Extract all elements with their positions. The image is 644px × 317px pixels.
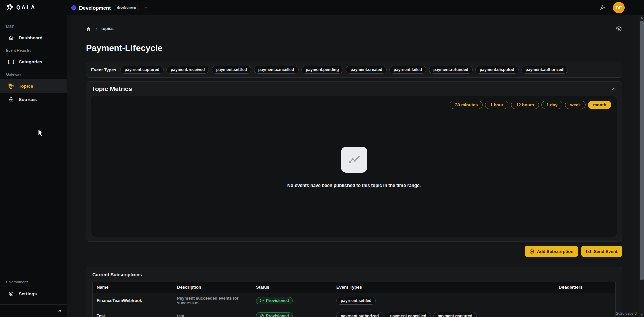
event-type-chip: payment.cancelled [386, 312, 430, 317]
sitemap-icon [8, 83, 14, 89]
user-avatar[interactable]: DE [613, 2, 625, 13]
app-version: 2025.0207.3 [616, 311, 637, 315]
subscription-description: test [173, 314, 252, 317]
breadcrumb: topics [86, 25, 622, 32]
sidebar-bottom: Environment Settings « [0, 276, 67, 317]
event-type-chip: payment.pending [301, 66, 343, 74]
brand-logo[interactable]: QALA [0, 0, 67, 15]
sidebar-item-label: Topics [19, 84, 33, 89]
environment-name: Development [79, 5, 111, 11]
empty-state-message: No events have been published to this to… [287, 183, 421, 188]
event-type-chip-list: payment.capturedpayment.receivedpayment.… [120, 66, 568, 74]
column-header-deadletters: Deadletters [555, 285, 615, 290]
scrollbar-thumb[interactable] [640, 21, 644, 280]
sidebar-nav: Main Dashboard Event Registry { } Catego… [0, 15, 67, 276]
table-header-row: Name Description Status Event Types Dead… [93, 282, 615, 293]
topic-actions: Add Subscription Send Event [86, 246, 622, 257]
event-type-chip: payment.captured [120, 66, 164, 74]
sidebar-item-label: Categories [19, 59, 42, 64]
subscription-event-types: payment.settled [332, 297, 555, 305]
sidebar-item-categories[interactable]: { } Categories [0, 55, 67, 68]
subscriptions-table: Name Description Status Event Types Dead… [92, 282, 616, 317]
event-types-panel: Event Types payment.capturedpayment.rece… [86, 62, 622, 78]
chevron-up-icon[interactable] [611, 87, 616, 92]
subscription-description: Payment succeeded events for success m..… [173, 296, 252, 305]
subscription-event-types: payment.authorizedpayment.cancelledpayme… [332, 312, 555, 317]
subscription-deadletters: - [555, 298, 615, 303]
topbar: Development development DE [67, 0, 644, 15]
add-subscription-button[interactable]: Add Subscription [525, 246, 578, 257]
qala-logo-icon [5, 3, 14, 12]
scroll-down-arrow-icon[interactable] [640, 314, 643, 316]
sidebar-item-topics[interactable]: Topics [0, 79, 67, 93]
sidebar-item-sources[interactable]: Sources [0, 93, 67, 106]
sidebar-item-dashboard[interactable]: Dashboard [0, 31, 67, 44]
check-circle-icon [260, 298, 264, 303]
event-type-chip: payment.failed [389, 66, 426, 74]
send-event-button[interactable]: Send Event [581, 246, 622, 257]
breadcrumb-item-topics[interactable]: topics [101, 26, 114, 31]
app-window: QALA Main Dashboard Event Registry { } C… [0, 0, 644, 317]
gear-icon [8, 290, 14, 297]
topic-metrics-title: Topic Metrics [92, 85, 132, 93]
event-type-chip: payment.authorized [336, 312, 383, 317]
column-header-event-types: Event Types [332, 285, 555, 290]
nav-section-environment: Environment [0, 276, 67, 287]
nav-section-event-registry: Event Registry [0, 44, 67, 55]
event-type-chip: payment.authorized [521, 66, 568, 74]
table-row[interactable]: FinanceTeamWebhook Payment succeeded eve… [93, 293, 615, 308]
chart-panel: 30 minutes1 hour12 hours1 dayweekmonth [91, 96, 617, 237]
send-mail-icon [586, 249, 591, 254]
subscriptions-card: Current Subscriptions Name Description S… [86, 267, 622, 317]
event-type-chip: payment.received [166, 66, 209, 74]
page-settings-gear-icon[interactable] [616, 25, 622, 32]
topic-metrics-header: Topic Metrics [86, 82, 622, 96]
column-header-status: Status [252, 285, 332, 290]
sidebar-collapse-button[interactable]: « [58, 308, 61, 314]
sidebar-item-label: Sources [19, 97, 37, 102]
subscription-name: Test [93, 314, 173, 317]
column-header-name: Name [93, 285, 173, 290]
topbar-right: DE [599, 2, 625, 13]
sidebar-collapse-row: « [0, 304, 67, 317]
nav-section-gateway: Gateway [0, 68, 67, 79]
page-title: Payment-Lifecycle [86, 42, 622, 54]
environment-switcher[interactable]: Development development [71, 5, 148, 11]
subscription-name: FinanceTeamWebhook [93, 298, 173, 303]
sidebar: QALA Main Dashboard Event Registry { } C… [0, 0, 67, 317]
event-type-chip: payment.settled [212, 66, 251, 74]
event-type-chip: payment.settled [336, 297, 376, 305]
event-type-chip: payment.refunded [429, 66, 473, 74]
subscriptions-title: Current Subscriptions [92, 272, 616, 277]
line-chart-icon [341, 147, 367, 173]
chart-empty-state: No events have been published to this to… [97, 102, 611, 232]
sidebar-item-label: Dashboard [19, 35, 43, 40]
home-icon [8, 35, 14, 41]
subscription-status-cell: Provisioned [252, 297, 332, 304]
environment-badge: development [114, 5, 139, 10]
topic-metrics-card: Topic Metrics 30 minutes1 hour12 hours1 … [86, 81, 622, 242]
subscription-status-cell: Provisioned [252, 312, 332, 317]
plus-circle-icon [529, 249, 534, 254]
page-content: topics Payment-Lifecycle Event Types pay… [67, 15, 644, 317]
vertical-scrollbar[interactable] [639, 15, 644, 317]
breadcrumb-home-icon[interactable] [86, 26, 91, 31]
event-type-chip: payment.disputed [475, 66, 519, 74]
check-circle-icon [260, 314, 264, 317]
nav-section-main: Main [0, 20, 67, 31]
table-row[interactable]: Test test Provisioned payment.authorized… [93, 308, 615, 317]
braces-icon: { } [8, 59, 14, 65]
chevron-right-icon [94, 27, 98, 31]
chevron-down-icon [144, 5, 148, 10]
event-types-label: Event Types [91, 67, 116, 72]
event-type-chip: payment.cancelled [254, 66, 299, 74]
scroll-up-arrow-icon[interactable] [640, 17, 643, 19]
column-header-description: Description [173, 285, 252, 290]
sidebar-item-label: Settings [19, 291, 37, 296]
brand-name: QALA [16, 5, 36, 11]
theme-toggle-sun-icon[interactable] [599, 4, 606, 11]
sidebar-item-settings[interactable]: Settings [0, 287, 67, 300]
status-badge: Provisioned [256, 297, 293, 304]
event-type-chip: payment.created [346, 66, 386, 74]
main-area: Development development DE [67, 0, 644, 317]
